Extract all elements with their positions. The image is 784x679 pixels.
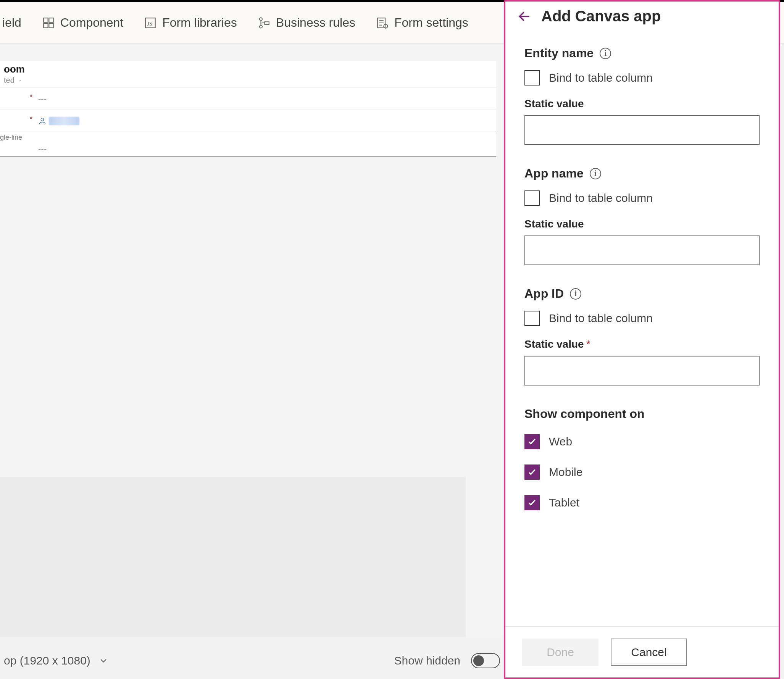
- resolution-chevron[interactable]: [98, 655, 109, 666]
- entity-static-value-input[interactable]: [524, 115, 760, 145]
- appname-static-label: Static value: [524, 218, 760, 230]
- entity-bind-checkbox[interactable]: [524, 70, 540, 85]
- cancel-button[interactable]: Cancel: [611, 639, 687, 666]
- form-subtitle-text: ted: [4, 76, 15, 85]
- add-canvas-app-panel: Add Canvas app Entity name i Bind to tab…: [505, 2, 779, 677]
- component-icon: [42, 16, 55, 29]
- show-on-web-checkbox[interactable]: [524, 434, 540, 449]
- check-icon: [527, 437, 537, 447]
- owner-lookup-pill[interactable]: [38, 117, 79, 125]
- appname-static-value-input[interactable]: [524, 235, 760, 265]
- svg-point-6: [260, 18, 262, 20]
- form-settings-icon: [376, 16, 389, 29]
- svg-rect-0: [44, 18, 48, 22]
- svg-rect-3: [49, 23, 53, 27]
- show-on-label: Show component on: [524, 407, 760, 421]
- panel-body: Entity name i Bind to table column Stati…: [505, 29, 779, 626]
- show-on-tablet-row: Tablet: [524, 495, 760, 510]
- entity-name-label-row: Entity name i: [524, 46, 760, 60]
- back-button[interactable]: [516, 8, 533, 25]
- toolbar-form-settings[interactable]: Form settings: [371, 12, 473, 34]
- toolbar-field-label: ield: [2, 16, 21, 30]
- entity-bind-checkbox-row: Bind to table column: [524, 70, 760, 85]
- placeholder-dots: ---: [38, 94, 47, 104]
- toolbar-form-libraries-label: Form libraries: [162, 16, 237, 30]
- check-icon: [527, 498, 537, 508]
- appid-bind-checkbox-row: Bind to table column: [524, 311, 760, 326]
- form-card[interactable]: oom ted * --- * gle-line ---: [0, 61, 496, 156]
- info-icon[interactable]: i: [570, 288, 581, 300]
- required-star: *: [30, 115, 32, 123]
- svg-rect-1: [49, 18, 53, 22]
- show-on-mobile-row: Mobile: [524, 464, 760, 480]
- svg-point-10: [384, 24, 387, 28]
- chevron-down-icon: [17, 77, 23, 84]
- entity-name-section: Entity name i Bind to table column Stati…: [524, 46, 760, 145]
- toolbar-business-rules[interactable]: Business rules: [253, 12, 360, 34]
- svg-text:JS: JS: [147, 21, 152, 27]
- form-row-name[interactable]: * ---: [0, 88, 496, 110]
- cancel-button-label: Cancel: [631, 646, 666, 659]
- appname-bind-label: Bind to table column: [549, 192, 653, 205]
- resolution-dropdown[interactable]: op (1920 x 1080): [4, 654, 90, 667]
- required-star: *: [30, 93, 32, 101]
- appname-bind-checkbox-row: Bind to table column: [524, 190, 760, 206]
- svg-point-11: [41, 118, 44, 121]
- show-on-tablet-label: Tablet: [549, 496, 579, 509]
- info-icon[interactable]: i: [590, 168, 601, 179]
- toolbar-form-settings-label: Form settings: [394, 16, 468, 30]
- info-icon[interactable]: i: [600, 48, 611, 59]
- form-rows: * --- * gle-line ---: [0, 88, 496, 156]
- resolution-label: op (1920 x 1080): [4, 654, 90, 667]
- owner-name-redacted: [49, 117, 79, 125]
- show-on-mobile-label: Mobile: [549, 466, 582, 479]
- app-id-label: App ID: [524, 287, 564, 301]
- form-row-tagline[interactable]: gle-line ---: [0, 132, 496, 156]
- entity-static-label: Static value: [524, 98, 760, 110]
- add-canvas-app-panel-highlight: Add Canvas app Entity name i Bind to tab…: [504, 0, 780, 679]
- business-rules-icon: [258, 16, 271, 29]
- toolbar-add-component[interactable]: Component: [37, 12, 128, 34]
- show-on-tablet-checkbox[interactable]: [524, 495, 540, 510]
- done-button-label: Done: [547, 646, 574, 659]
- form-subtitle[interactable]: ted: [4, 76, 492, 85]
- appid-static-value-input[interactable]: [524, 356, 760, 385]
- appname-bind-checkbox[interactable]: [524, 190, 540, 206]
- person-icon: [38, 117, 47, 125]
- arrow-left-icon: [517, 9, 532, 24]
- panel-header: Add Canvas app: [505, 2, 779, 29]
- toolbar-business-rules-label: Business rules: [276, 16, 355, 30]
- show-hidden-toggle[interactable]: [471, 653, 500, 668]
- form-card-header[interactable]: oom ted: [0, 61, 496, 88]
- check-icon: [527, 467, 537, 477]
- canvas-empty-area: [0, 477, 466, 637]
- placeholder-dots: ---: [38, 144, 47, 154]
- toolbar-form-libraries[interactable]: JS Form libraries: [139, 12, 242, 34]
- show-on-web-row: Web: [524, 434, 760, 449]
- appid-bind-checkbox[interactable]: [524, 311, 540, 326]
- show-on-mobile-checkbox[interactable]: [524, 464, 540, 480]
- app-id-label-row: App ID i: [524, 287, 760, 301]
- show-hidden-label: Show hidden: [394, 654, 460, 667]
- status-bar: op (1920 x 1080) Show hidden: [0, 642, 504, 679]
- show-component-on-section: Show component on Web Mobile: [524, 407, 760, 510]
- appid-static-label: Static value*: [524, 338, 760, 350]
- appid-static-label-text: Static value: [524, 338, 584, 350]
- panel-footer: Done Cancel: [505, 626, 779, 677]
- form-title: oom: [4, 63, 492, 75]
- required-star: *: [586, 338, 590, 350]
- entity-bind-label: Bind to table column: [549, 71, 653, 84]
- form-row-owner[interactable]: *: [0, 110, 496, 132]
- form-designer-canvas: oom ted * --- * gle-line ---: [0, 44, 504, 637]
- app-name-section: App name i Bind to table column Static v…: [524, 166, 760, 265]
- svg-rect-8: [265, 22, 269, 24]
- svg-point-7: [260, 25, 262, 28]
- toggle-knob: [473, 655, 484, 666]
- tagline-label: gle-line: [0, 134, 22, 142]
- js-icon: JS: [144, 16, 157, 29]
- chevron-down-icon: [98, 655, 109, 666]
- appid-bind-label: Bind to table column: [549, 312, 653, 325]
- show-on-web-label: Web: [549, 435, 572, 448]
- svg-rect-2: [44, 23, 48, 27]
- toolbar-add-field[interactable]: ield: [0, 12, 26, 34]
